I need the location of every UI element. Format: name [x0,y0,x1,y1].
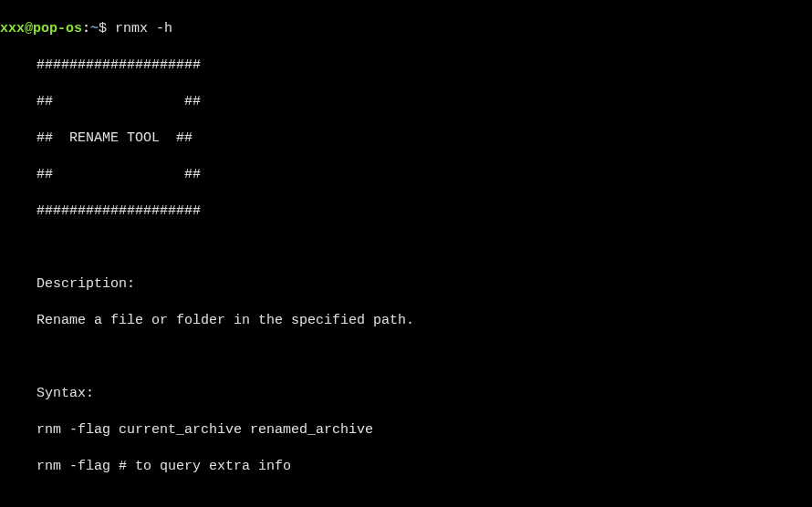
banner-line-2: ## ## [0,93,812,111]
description-body: Rename a file or folder in the specified… [0,312,812,330]
banner-line-5: #################### [0,202,812,221]
blank-line [0,494,812,507]
syntax-line-2: rnm -flag # to query extra info [0,458,812,476]
prompt-user: xxx@pop-os [0,21,82,36]
banner-line-4: ## ## [0,166,812,184]
prompt-tilde: ~ [90,21,99,36]
syntax-heading: Syntax: [0,385,812,403]
prompt-line: xxx@pop-os:~$ rnmx -h [0,20,812,38]
banner-line-3: ## RENAME TOOL ## [0,129,812,148]
prompt-colon: : [82,21,90,36]
blank-line [0,348,812,367]
blank-line [0,239,812,257]
terminal[interactable]: xxx@pop-os:~$ rnmx -h ##################… [0,2,812,507]
banner-line-1: #################### [0,57,812,75]
prompt-dollar: $ [99,21,115,36]
command-input: rnmx -h [115,21,172,36]
syntax-line-1: rnm -flag current_archive renamed_archiv… [0,421,812,440]
description-heading: Description: [0,275,812,294]
